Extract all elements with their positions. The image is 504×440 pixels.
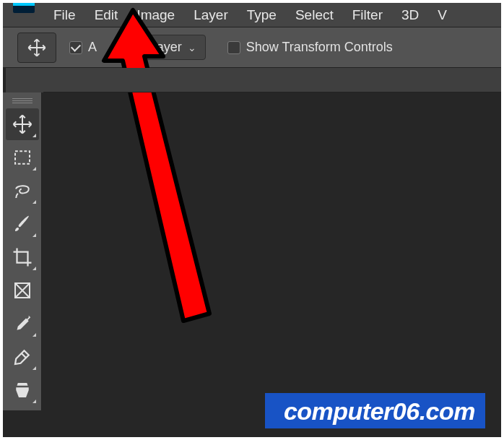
menu-select[interactable]: Select [287,4,342,26]
document-tab[interactable] [6,68,43,92]
auto-select-target-dropdown[interactable]: Layer ⌄ [140,35,206,60]
panel-drag-handle[interactable] [9,97,35,104]
tools-panel [3,92,42,410]
auto-select-label: A [88,40,97,55]
auto-select-option[interactable]: A [69,40,97,55]
marquee-tool[interactable] [6,142,39,173]
menu-type[interactable]: Type [238,4,285,26]
eyedropper-tool[interactable] [6,308,39,340]
flyout-triangle-icon [32,233,36,237]
menu-layer[interactable]: Layer [185,4,237,26]
show-transform-option[interactable]: Show Transform Controls [227,40,393,55]
clone-stamp-tool[interactable] [6,374,39,406]
chevron-down-icon: ⌄ [188,42,196,53]
canvas-tab-bar [42,68,501,92]
menu-view-truncated[interactable]: V [429,4,456,26]
flyout-triangle-icon [32,134,36,137]
brush-tool[interactable] [6,208,39,240]
current-tool-preview[interactable] [17,33,56,63]
auto-select-checkbox[interactable] [69,41,82,54]
menu-filter[interactable]: Filter [344,4,391,26]
menu-3d[interactable]: 3D [393,4,427,26]
workspace [3,68,501,437]
plus-icon: + [110,39,127,56]
auto-select-target-value: Layer [149,40,182,55]
move-tool[interactable] [6,108,39,140]
menu-file[interactable]: File [45,4,84,26]
show-transform-checkbox[interactable] [227,41,240,54]
canvas-area[interactable] [3,68,501,437]
app-logo [13,3,35,13]
menu-bar: File Edit Image Layer Type Select Filter… [3,3,501,27]
show-transform-label: Show Transform Controls [246,40,393,55]
flyout-triangle-icon [32,366,36,370]
move-icon [27,38,47,58]
flyout-triangle-icon [32,333,36,337]
watermark: computer06.com [265,393,485,428]
menu-image[interactable]: Image [128,4,183,26]
crop-tool[interactable] [6,241,39,273]
flyout-triangle-icon [32,400,36,403]
flyout-triangle-icon [32,200,36,204]
lasso-tool[interactable] [6,175,39,207]
canvas-left-gutter [3,92,42,437]
healing-brush-tool[interactable] [6,341,39,373]
menu-edit[interactable]: Edit [86,4,127,26]
svg-rect-0 [15,151,30,164]
frame-tool[interactable] [6,275,39,306]
flyout-triangle-icon [32,167,36,171]
options-bar: A + Layer ⌄ Show Transform Controls [3,27,501,68]
flyout-triangle-icon [32,267,36,270]
